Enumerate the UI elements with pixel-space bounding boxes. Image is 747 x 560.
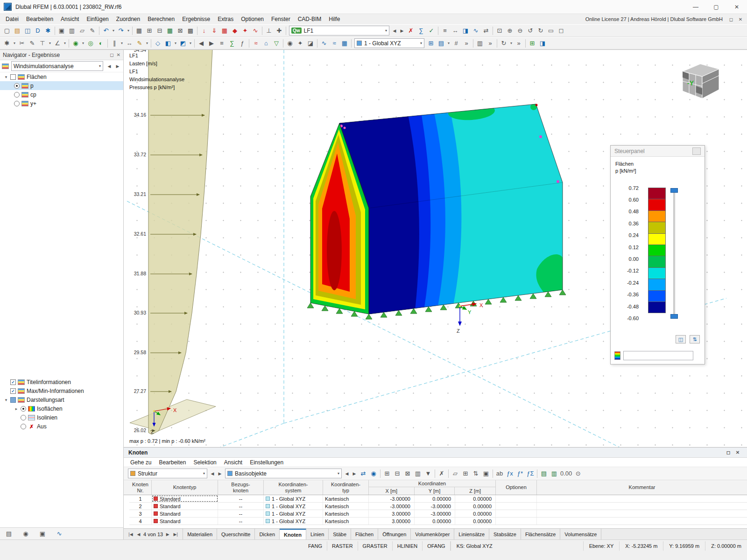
coordinate-system-status[interactable]: KS: Global XYZ	[451, 541, 498, 551]
bottom-table-tab[interactable]: Materialien	[183, 529, 217, 539]
camera-icon[interactable]: ◉	[285, 38, 295, 49]
overflow-icon-3[interactable]: »	[514, 38, 524, 49]
status-toggle[interactable]: OFANG	[423, 541, 451, 551]
grid-settings-icon[interactable]: #	[451, 38, 461, 49]
menu-item[interactable]: Bearbeiten	[22, 15, 57, 23]
sort-abc-icon[interactable]: ab	[494, 469, 505, 479]
cell-koordinatentyp[interactable]: Kartesisch	[323, 510, 369, 517]
table-new-icon[interactable]: ⊞	[144, 26, 155, 36]
formula-fx-icon[interactable]: ƒx	[505, 469, 515, 479]
cell-kommentar[interactable]	[537, 495, 747, 502]
redo-icon[interactable]: ↷	[116, 26, 126, 36]
render-model-icon[interactable]: ⌂	[261, 38, 271, 49]
comment-caret-icon[interactable]: ▾	[145, 38, 149, 49]
rotate-view-icon[interactable]: ↻	[536, 26, 546, 36]
navigator-tab-daten-icon[interactable]: ▤	[4, 529, 14, 539]
fullscreen-icon[interactable]: ◻	[556, 26, 566, 36]
steuerpanel-titlebar[interactable]: Steuerpanel	[611, 146, 705, 157]
panel-toggle-icon[interactable]: ◨	[537, 38, 548, 49]
cell-x[interactable]: -3.00000	[369, 495, 415, 502]
overflow-icon[interactable]: »	[461, 38, 472, 49]
cell-knotentyp[interactable]: Standard	[152, 510, 218, 517]
mode-expander-icon[interactable]: ▸	[14, 406, 19, 411]
table-print-icon[interactable]: ⊟	[392, 469, 402, 479]
status-toggle[interactable]: RASTER	[327, 541, 358, 551]
first-record-button[interactable]: |◀	[127, 532, 134, 537]
cell-kommentar[interactable]	[537, 503, 747, 510]
knoten-menu-item[interactable]: Selektion	[190, 458, 220, 467]
previous-record-button[interactable]: ◀	[135, 532, 142, 537]
area-load-icon[interactable]: ▦	[219, 26, 230, 36]
imperfection-icon[interactable]: ∿	[250, 26, 261, 36]
display-mode-radio[interactable]	[21, 406, 26, 412]
nodal-load-icon[interactable]: ↓	[199, 26, 209, 36]
plane-xy-icon[interactable]: ▤	[436, 38, 446, 49]
plane-caret-icon[interactable]: ▾	[446, 38, 451, 49]
table-row[interactable]: 2 Standard -- 1 - Global XYZ Kartesisch …	[129, 503, 747, 510]
edit-icon[interactable]: ✎	[27, 38, 37, 49]
bottom-table-tab[interactable]: Öffnungen	[378, 529, 411, 539]
copy-icon[interactable]: ▱	[77, 26, 87, 36]
table-export-icon[interactable]: ⊠	[402, 469, 413, 479]
result-option-item[interactable]: ✓ Titelinformationen	[0, 378, 123, 386]
menu-item[interactable]: Einfügen	[83, 15, 112, 23]
cell-node-number[interactable]: 2	[129, 503, 152, 510]
menu-item[interactable]: Zuordnen	[113, 15, 144, 23]
cell-z[interactable]: 0.00000	[455, 503, 496, 510]
cell-knotentyp[interactable]: Standard	[152, 503, 218, 510]
status-toggle[interactable]: HLINIEN	[393, 541, 423, 551]
view-direction-icon[interactable]: ◇	[153, 38, 163, 49]
sync-model-selection-icon[interactable]: ⇄	[358, 469, 368, 479]
cell-knotentyp[interactable]: Standard	[152, 495, 218, 502]
results-display-icon[interactable]: ∿	[319, 38, 329, 49]
drawing-tools-icon[interactable]: ⊤	[37, 38, 48, 49]
tree-expander-icon[interactable]: ▾	[4, 75, 8, 79]
close-button[interactable]: ✕	[726, 0, 747, 14]
cell-kommentar[interactable]	[537, 510, 747, 517]
guide-object-icon[interactable]: ⊥	[264, 26, 274, 36]
bottom-table-tab[interactable]: Stabsätze	[489, 529, 521, 539]
note-icon[interactable]: ✎	[87, 26, 98, 36]
navigator-tab-ergebnisse-icon[interactable]: ∿	[54, 529, 64, 539]
zoom-out-icon[interactable]: ⊖	[515, 26, 525, 36]
result-tree-item[interactable]: y+	[0, 99, 123, 108]
formula-all-icon[interactable]: ƒΣ	[525, 469, 536, 479]
comment-icon[interactable]: ✎	[134, 38, 145, 49]
cell-optionen[interactable]	[496, 510, 537, 517]
functions-icon[interactable]: ƒ	[237, 38, 247, 49]
render-caret-icon[interactable]: ▾	[173, 38, 178, 49]
cell-optionen[interactable]	[496, 518, 537, 525]
cell-optionen[interactable]	[496, 495, 537, 502]
measure-caret-icon[interactable]: ▾	[63, 38, 67, 49]
menu-item[interactable]: Berechnen	[144, 15, 178, 23]
status-toggle[interactable]: FANG	[303, 541, 327, 551]
cell-koordinatentyp[interactable]: Kartesisch	[323, 495, 369, 502]
panel-float-icon[interactable]: ◻	[110, 52, 113, 57]
cell-y[interactable]: 0.00000	[415, 518, 455, 525]
previous-result-button[interactable]: ◀	[106, 62, 113, 71]
copy-row-icon[interactable]: ▱	[450, 469, 460, 479]
cell-koordinatensystem[interactable]: 1 - Global XYZ	[264, 510, 323, 517]
result-radio[interactable]	[14, 92, 20, 98]
tables-icon[interactable]: ▦	[134, 26, 144, 36]
previous-table-button[interactable]: ◀	[209, 469, 216, 478]
cell-koordinatensystem[interactable]: 1 - Global XYZ	[264, 495, 323, 502]
wind-simulation-icon[interactable]: ≈	[251, 38, 261, 49]
menu-item[interactable]: Extras	[214, 15, 237, 23]
option-checkbox[interactable]: ✓	[10, 388, 16, 394]
insert-row-icon[interactable]: ⊞	[460, 469, 471, 479]
drawing-caret-icon[interactable]: ▾	[48, 38, 52, 49]
table-views-icon[interactable]: ▥	[413, 469, 423, 479]
cell-y[interactable]: -3.00000	[415, 503, 455, 510]
menu-item[interactable]: CAD-BIM	[294, 15, 325, 23]
formula-edit-icon[interactable]: ƒ*	[515, 469, 525, 479]
supports-display-icon[interactable]: ▽	[271, 38, 282, 49]
load-cases-list-icon[interactable]: ≡	[217, 38, 227, 49]
legend-sort-button[interactable]: ⇅	[690, 335, 700, 343]
bottom-table-tab[interactable]: Liniensätze	[454, 529, 489, 539]
rotate-mode-icon[interactable]: ↻	[499, 38, 509, 49]
navigation-cube[interactable]: -Y	[676, 60, 723, 103]
clipping-icon[interactable]: ◐	[96, 38, 106, 49]
minimize-button[interactable]: —	[685, 0, 706, 14]
tree-expander-icon[interactable]: ▾	[4, 398, 8, 402]
